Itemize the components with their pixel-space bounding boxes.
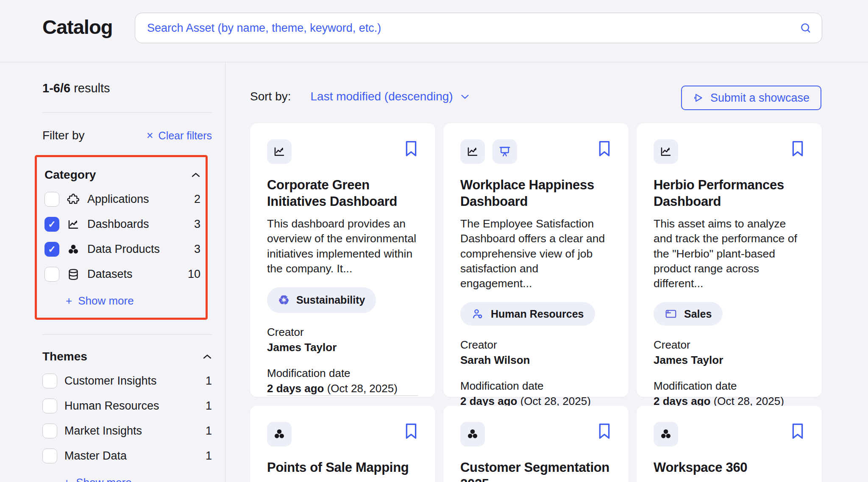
filter-row-data-products[interactable]: ✓ Data Products 3 — [45, 242, 200, 257]
category-show-more-link[interactable]: + Show more — [66, 294, 200, 307]
recycle-icon: ♻ — [278, 293, 289, 307]
filter-row-applications[interactable]: Applications 2 — [45, 192, 200, 207]
checkbox[interactable] — [45, 192, 59, 207]
asset-title: Herbio Performances Dashboard — [654, 177, 805, 210]
send-icon — [693, 92, 704, 103]
presentation-icon — [498, 145, 511, 158]
dashboard-type-chip — [654, 139, 678, 164]
data-product-type-chip — [460, 422, 485, 446]
asset-card-customer-segmentation[interactable]: Customer Segmentation 2025 This dataset … — [443, 406, 629, 482]
asset-thumbnail: Number of initiatives per month Distribu… — [267, 395, 418, 396]
filter-count: 3 — [194, 218, 200, 231]
filters-sidebar: 1-6/6 results Filter by × Clear filters … — [42, 81, 212, 482]
close-icon: × — [147, 129, 153, 142]
asset-title: Workspace 360 — [654, 459, 805, 476]
line-chart-icon — [659, 145, 672, 158]
filter-count: 3 — [194, 243, 200, 256]
divider — [42, 334, 212, 335]
filter-label: Human Resources — [64, 399, 198, 413]
creator-label: Creator — [267, 326, 418, 339]
search-icon[interactable] — [799, 21, 812, 35]
theme-tag-human-resources[interactable]: Human Resources — [460, 302, 595, 326]
checkbox-checked[interactable]: ✓ — [45, 217, 59, 232]
clear-filters-button[interactable]: × Clear filters — [147, 129, 212, 142]
filter-label: Market Insights — [64, 424, 198, 438]
search-bar[interactable] — [135, 13, 822, 43]
data-product-icon — [273, 428, 286, 440]
plus-icon: + — [64, 476, 70, 482]
page-title: Catalog — [42, 15, 112, 39]
creator-label: Creator — [460, 338, 612, 352]
filter-count: 1 — [206, 424, 212, 438]
chevron-up-icon[interactable] — [191, 172, 200, 178]
checkbox[interactable] — [45, 267, 59, 282]
asset-card-workspace-360[interactable]: Workspace 360 This dataset contains info… — [637, 406, 822, 482]
filter-row-dashboards[interactable]: ✓ Dashboards 3 — [45, 217, 200, 232]
asset-description: This dashboard provides an overview of t… — [267, 216, 418, 276]
puzzle-icon — [67, 193, 80, 206]
bookmark-icon[interactable] — [790, 423, 805, 440]
checkbox[interactable] — [42, 399, 57, 413]
asset-title: Corporate Green Initiatives Dashboard — [267, 177, 418, 210]
filter-row-human-resources[interactable]: Human Resources 1 — [42, 399, 212, 413]
asset-card-points-of-sale[interactable]: Points of Sale Mapping This dataset cont… — [250, 406, 435, 482]
filter-row-master-data[interactable]: Master Data 1 — [42, 449, 212, 463]
submit-showcase-button[interactable]: Submit a showcase — [681, 86, 821, 110]
theme-tag-sales[interactable]: Sales — [654, 302, 723, 326]
checkbox[interactable] — [42, 449, 57, 463]
data-product-icon — [659, 428, 672, 440]
sidebar-divider — [225, 62, 225, 482]
divider — [42, 112, 212, 113]
category-section-title: Category — [45, 168, 96, 182]
bookmark-icon[interactable] — [597, 423, 612, 440]
filter-row-customer-insights[interactable]: Customer Insights 1 — [42, 374, 212, 388]
plus-icon: + — [66, 294, 72, 307]
data-product-type-chip — [654, 422, 678, 446]
filter-count: 2 — [194, 193, 200, 206]
filter-label: Datasets — [87, 268, 181, 281]
creator-name: James Taylor — [654, 354, 805, 367]
filter-by-label: Filter by — [42, 129, 85, 142]
bookmark-icon[interactable] — [790, 140, 805, 157]
checkbox-checked[interactable]: ✓ — [45, 242, 59, 257]
theme-tag-sustainability[interactable]: ♻ Sustainability — [267, 287, 376, 313]
database-icon — [67, 268, 80, 281]
themes-section-title: Themes — [42, 350, 87, 363]
checkbox[interactable] — [42, 424, 57, 438]
filter-label: Applications — [87, 193, 187, 206]
bookmark-icon[interactable] — [404, 140, 418, 157]
themes-show-more-link[interactable]: + Show more — [64, 476, 212, 482]
asset-description: This asset aims to analyze and track the… — [654, 216, 805, 291]
search-input[interactable] — [147, 22, 790, 35]
filter-count: 1 — [206, 399, 212, 413]
data-product-icon — [466, 428, 479, 440]
bookmark-icon[interactable] — [597, 140, 612, 157]
asset-card-herbio-performances[interactable]: Herbio Performances Dashboard This asset… — [637, 123, 822, 397]
results-count: 1-6/6 results — [42, 81, 212, 95]
filter-label: Data Products — [87, 243, 187, 256]
line-chart-icon — [67, 218, 80, 231]
credit-card-icon — [665, 307, 677, 320]
chevron-up-icon[interactable] — [203, 354, 212, 360]
line-chart-icon — [273, 145, 286, 158]
modification-date-value: 2 days ago (Oct 28, 2025) — [267, 382, 418, 395]
asset-card-corporate-green[interactable]: Corporate Green Initiatives Dashboard Th… — [250, 123, 435, 397]
dashboard-type-chip — [267, 139, 292, 164]
asset-grid: Corporate Green Initiatives Dashboard Th… — [250, 123, 822, 482]
checkbox[interactable] — [42, 374, 57, 388]
modification-date-label: Modification date — [267, 367, 418, 380]
modification-date-label: Modification date — [460, 380, 612, 393]
filter-label: Customer Insights — [64, 374, 198, 388]
data-product-type-chip — [267, 422, 292, 446]
asset-title: Workplace Happiness Dashboard — [460, 177, 612, 210]
header-divider — [0, 62, 868, 62]
sort-dropdown[interactable]: Last modified (descending) — [310, 90, 469, 103]
filter-row-datasets[interactable]: Datasets 10 — [45, 267, 200, 282]
category-section-highlight: Category Applications 2 ✓ Dashboards — [35, 155, 208, 320]
asset-description: The Employee Satisfaction Dashboard offe… — [460, 216, 612, 291]
chevron-down-icon — [461, 94, 469, 100]
filter-row-market-insights[interactable]: Market Insights 1 — [42, 424, 212, 438]
filter-count: 1 — [206, 449, 212, 463]
bookmark-icon[interactable] — [404, 423, 418, 440]
asset-card-workplace-happiness[interactable]: Workplace Happiness Dashboard The Employ… — [443, 123, 629, 397]
